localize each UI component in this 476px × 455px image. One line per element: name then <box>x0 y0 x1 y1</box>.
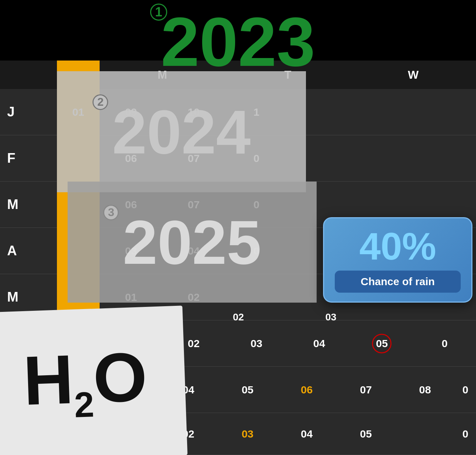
year-2024-wrapper: 2 2024 <box>112 96 250 168</box>
year-2023-superscript: 1 <box>150 4 167 21</box>
month-label-may: M <box>0 289 57 305</box>
extra-t2-cell: 04 <box>277 428 336 440</box>
year-2024-overlay: 2 2024 <box>57 71 306 192</box>
extra-w-cell: 03 <box>218 428 277 440</box>
month-label-feb: F <box>0 151 57 166</box>
year-2025-overlay: 3 2025 <box>68 182 317 303</box>
rain-card-footer: Chance of rain <box>335 271 461 293</box>
year-2024-text: 2024 <box>112 96 250 168</box>
extra-f-cell: 05 <box>336 428 395 440</box>
rain-label: Chance of rain <box>361 276 435 287</box>
jun-t2-cell: 04 <box>288 338 350 350</box>
jul-extra: 0 <box>455 384 476 396</box>
ejun-2: 02 <box>192 312 285 323</box>
month-label-mar: M <box>0 197 57 212</box>
year-2025-wrapper: 3 2025 <box>123 206 261 278</box>
year-2023-wrapper: 1 2023 <box>161 7 315 77</box>
year-2024-superscript: 2 <box>92 94 108 110</box>
year-2025-text: 2025 <box>123 206 261 278</box>
rain-percentage: 40% <box>335 225 461 268</box>
jul-s2-cell: 08 <box>396 384 455 396</box>
h2o-card: H2O <box>0 305 187 455</box>
jul-f-cell: 07 <box>336 384 395 396</box>
rain-card: 40% Chance of rain <box>323 217 472 303</box>
extra-end: 0 <box>455 428 476 440</box>
jun-f-cell: 05 <box>350 338 413 350</box>
year-2023-text: 2023 <box>161 7 315 77</box>
h2o-text: H2O <box>22 345 148 422</box>
month-label-apr: A <box>0 243 57 258</box>
jun-s2-cell: 0 <box>413 338 476 350</box>
year-2025-superscript: 3 <box>103 205 119 220</box>
ejun-3: 03 <box>285 312 377 323</box>
jun-w1-cell: 03 <box>225 338 288 350</box>
month-label-jan: J <box>0 104 57 120</box>
jul-t2-cell: 06 <box>277 384 336 396</box>
jul-w-cell: 05 <box>218 384 277 396</box>
